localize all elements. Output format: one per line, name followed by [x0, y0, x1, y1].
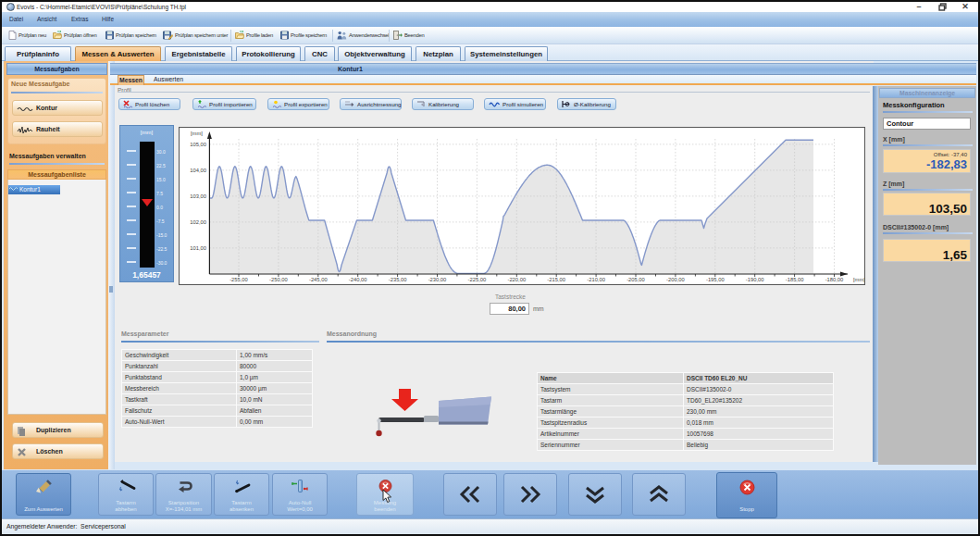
svg-text:-180,00: -180,00: [825, 277, 844, 282]
svg-text:-210,00: -210,00: [587, 277, 605, 282]
svg-text:105,00: 105,00: [190, 142, 206, 147]
svg-text:102,00: 102,00: [190, 219, 206, 225]
svg-text:-215,00: -215,00: [547, 277, 565, 282]
svg-text:[mm]: [mm]: [191, 131, 203, 136]
svg-text:-200,00: -200,00: [666, 277, 685, 282]
svg-text:104,00: 104,00: [190, 168, 206, 173]
svg-text:-255,00: -255,00: [229, 277, 248, 282]
svg-text:-240,00: -240,00: [349, 277, 367, 282]
svg-text:103,00: 103,00: [190, 193, 206, 199]
svg-text:-225,00: -225,00: [468, 277, 487, 282]
svg-text:-185,00: -185,00: [786, 277, 804, 282]
svg-text:-195,00: -195,00: [706, 277, 725, 282]
svg-text:-205,00: -205,00: [626, 277, 645, 282]
svg-text:-245,00: -245,00: [309, 277, 328, 282]
svg-text:-190,00: -190,00: [746, 277, 764, 282]
svg-text:-235,00: -235,00: [389, 277, 407, 282]
svg-text:[mm]: [mm]: [853, 277, 864, 282]
svg-text:101,00: 101,00: [190, 245, 206, 251]
svg-text:-250,00: -250,00: [269, 277, 288, 282]
svg-text:-220,00: -220,00: [507, 277, 526, 282]
svg-text:-230,00: -230,00: [428, 277, 447, 282]
